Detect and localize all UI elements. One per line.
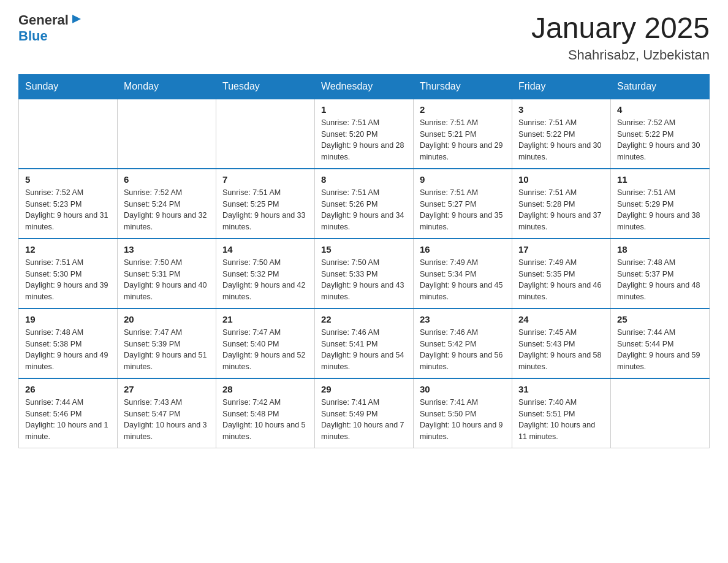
day-info: Sunrise: 7:41 AM Sunset: 5:49 PM Dayligh… [321,397,407,443]
calendar-day-26: 26Sunrise: 7:44 AM Sunset: 5:46 PM Dayli… [19,378,118,448]
day-number: 12 [25,244,111,255]
calendar-day-28: 28Sunrise: 7:42 AM Sunset: 5:48 PM Dayli… [216,378,315,448]
day-number: 29 [321,384,407,394]
calendar-day-20: 20Sunrise: 7:47 AM Sunset: 5:39 PM Dayli… [118,308,216,378]
calendar-day-1: 1Sunrise: 7:51 AM Sunset: 5:20 PM Daylig… [315,99,414,169]
day-info: Sunrise: 7:52 AM Sunset: 5:23 PM Dayligh… [25,187,111,233]
calendar-header-row: SundayMondayTuesdayWednesdayThursdayFrid… [19,74,710,99]
day-info: Sunrise: 7:48 AM Sunset: 5:38 PM Dayligh… [25,327,111,373]
day-number: 28 [222,384,308,394]
weekday-header-wednesday: Wednesday [315,74,414,99]
day-info: Sunrise: 7:51 AM Sunset: 5:27 PM Dayligh… [420,187,506,233]
day-number: 17 [518,244,604,255]
day-info: Sunrise: 7:51 AM Sunset: 5:26 PM Dayligh… [321,187,407,233]
calendar-day-27: 27Sunrise: 7:43 AM Sunset: 5:47 PM Dayli… [118,378,216,448]
day-info: Sunrise: 7:46 AM Sunset: 5:41 PM Dayligh… [321,327,407,373]
logo: General Blue [18,12,83,44]
calendar-week-row: 5Sunrise: 7:52 AM Sunset: 5:23 PM Daylig… [19,169,710,239]
calendar-day-8: 8Sunrise: 7:51 AM Sunset: 5:26 PM Daylig… [315,169,414,239]
calendar-empty-cell [611,378,710,448]
calendar-empty-cell [118,99,216,169]
day-number: 19 [25,314,111,324]
day-number: 11 [617,174,703,185]
day-number: 26 [25,384,111,394]
svg-marker-0 [72,15,81,23]
calendar-day-23: 23Sunrise: 7:46 AM Sunset: 5:42 PM Dayli… [414,308,512,378]
day-number: 23 [420,314,506,324]
day-info: Sunrise: 7:51 AM Sunset: 5:30 PM Dayligh… [25,257,111,303]
calendar-day-5: 5Sunrise: 7:52 AM Sunset: 5:23 PM Daylig… [19,169,118,239]
day-number: 22 [321,314,407,324]
calendar-day-9: 9Sunrise: 7:51 AM Sunset: 5:27 PM Daylig… [414,169,512,239]
logo-blue-text: Blue [18,28,48,44]
day-info: Sunrise: 7:44 AM Sunset: 5:44 PM Dayligh… [617,327,703,373]
day-info: Sunrise: 7:43 AM Sunset: 5:47 PM Dayligh… [124,397,210,443]
day-info: Sunrise: 7:50 AM Sunset: 5:32 PM Dayligh… [222,257,308,303]
day-info: Sunrise: 7:50 AM Sunset: 5:31 PM Dayligh… [124,257,210,303]
day-info: Sunrise: 7:47 AM Sunset: 5:39 PM Dayligh… [124,327,210,373]
calendar-day-4: 4Sunrise: 7:52 AM Sunset: 5:22 PM Daylig… [611,99,710,169]
day-info: Sunrise: 7:51 AM Sunset: 5:29 PM Dayligh… [617,187,703,233]
calendar-week-row: 1Sunrise: 7:51 AM Sunset: 5:20 PM Daylig… [19,99,710,169]
calendar-day-7: 7Sunrise: 7:51 AM Sunset: 5:25 PM Daylig… [216,169,315,239]
day-number: 20 [124,314,210,324]
day-number: 21 [222,314,308,324]
day-info: Sunrise: 7:51 AM Sunset: 5:25 PM Dayligh… [222,187,308,233]
day-number: 16 [420,244,506,255]
day-number: 18 [617,244,703,255]
calendar-day-13: 13Sunrise: 7:50 AM Sunset: 5:31 PM Dayli… [118,239,216,308]
day-info: Sunrise: 7:45 AM Sunset: 5:43 PM Dayligh… [518,327,604,373]
day-number: 10 [518,174,604,185]
calendar-day-10: 10Sunrise: 7:51 AM Sunset: 5:28 PM Dayli… [512,169,611,239]
calendar-day-15: 15Sunrise: 7:50 AM Sunset: 5:33 PM Dayli… [315,239,414,308]
logo-arrow-icon [70,12,83,26]
day-number: 24 [518,314,604,324]
day-info: Sunrise: 7:49 AM Sunset: 5:34 PM Dayligh… [420,257,506,303]
day-number: 9 [420,174,506,185]
day-info: Sunrise: 7:49 AM Sunset: 5:35 PM Dayligh… [518,257,604,303]
calendar-week-row: 26Sunrise: 7:44 AM Sunset: 5:46 PM Dayli… [19,378,710,448]
day-number: 6 [124,174,210,185]
calendar-day-25: 25Sunrise: 7:44 AM Sunset: 5:44 PM Dayli… [611,308,710,378]
day-info: Sunrise: 7:47 AM Sunset: 5:40 PM Dayligh… [222,327,308,373]
calendar-day-2: 2Sunrise: 7:51 AM Sunset: 5:21 PM Daylig… [414,99,512,169]
day-number: 5 [25,174,111,185]
day-info: Sunrise: 7:46 AM Sunset: 5:42 PM Dayligh… [420,327,506,373]
day-number: 8 [321,174,407,185]
calendar-day-19: 19Sunrise: 7:48 AM Sunset: 5:38 PM Dayli… [19,308,118,378]
calendar-day-6: 6Sunrise: 7:52 AM Sunset: 5:24 PM Daylig… [118,169,216,239]
calendar-week-row: 19Sunrise: 7:48 AM Sunset: 5:38 PM Dayli… [19,308,710,378]
day-number: 25 [617,314,703,324]
day-info: Sunrise: 7:44 AM Sunset: 5:46 PM Dayligh… [25,397,111,443]
day-number: 27 [124,384,210,394]
day-info: Sunrise: 7:40 AM Sunset: 5:51 PM Dayligh… [518,397,604,443]
calendar-table: SundayMondayTuesdayWednesdayThursdayFrid… [18,74,710,448]
calendar-week-row: 12Sunrise: 7:51 AM Sunset: 5:30 PM Dayli… [19,239,710,308]
day-number: 3 [518,104,604,115]
day-number: 13 [124,244,210,255]
day-number: 30 [420,384,506,394]
day-number: 1 [321,104,407,115]
calendar-day-11: 11Sunrise: 7:51 AM Sunset: 5:29 PM Dayli… [611,169,710,239]
calendar-empty-cell [19,99,118,169]
calendar-day-22: 22Sunrise: 7:46 AM Sunset: 5:41 PM Dayli… [315,308,414,378]
weekday-header-monday: Monday [118,74,216,99]
day-info: Sunrise: 7:41 AM Sunset: 5:50 PM Dayligh… [420,397,506,443]
weekday-header-tuesday: Tuesday [216,74,315,99]
calendar-day-18: 18Sunrise: 7:48 AM Sunset: 5:37 PM Dayli… [611,239,710,308]
calendar-day-24: 24Sunrise: 7:45 AM Sunset: 5:43 PM Dayli… [512,308,611,378]
weekday-header-thursday: Thursday [414,74,512,99]
day-info: Sunrise: 7:52 AM Sunset: 5:24 PM Dayligh… [124,187,210,233]
calendar-day-12: 12Sunrise: 7:51 AM Sunset: 5:30 PM Dayli… [19,239,118,308]
calendar-day-14: 14Sunrise: 7:50 AM Sunset: 5:32 PM Dayli… [216,239,315,308]
page-header: General Blue January 2025 Shahrisabz, Uz… [18,12,710,63]
day-number: 2 [420,104,506,115]
location-title: Shahrisabz, Uzbekistan [531,47,710,63]
day-number: 14 [222,244,308,255]
calendar-day-3: 3Sunrise: 7:51 AM Sunset: 5:22 PM Daylig… [512,99,611,169]
calendar-day-30: 30Sunrise: 7:41 AM Sunset: 5:50 PM Dayli… [414,378,512,448]
day-number: 7 [222,174,308,185]
day-info: Sunrise: 7:50 AM Sunset: 5:33 PM Dayligh… [321,257,407,303]
calendar-day-29: 29Sunrise: 7:41 AM Sunset: 5:49 PM Dayli… [315,378,414,448]
title-block: January 2025 Shahrisabz, Uzbekistan [531,12,710,63]
